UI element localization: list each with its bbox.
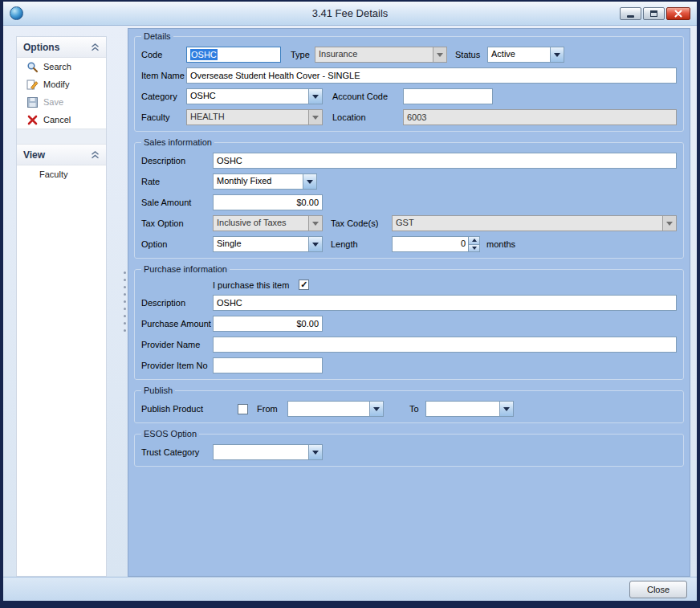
purchase-item-checkbox[interactable] bbox=[299, 280, 309, 290]
sales-row-option: Option Single Length 0 months bbox=[141, 236, 677, 252]
account-code-input[interactable] bbox=[403, 88, 493, 104]
category-select[interactable]: OSHC bbox=[186, 88, 323, 104]
sales-row-sale-amount: Sale Amount $0.00 bbox=[141, 194, 677, 210]
location-input: 6003 bbox=[403, 109, 677, 125]
chevron-down-icon bbox=[433, 47, 446, 62]
chevron-down-icon bbox=[308, 89, 322, 104]
chevron-down-icon bbox=[308, 110, 322, 124]
type-label: Type bbox=[291, 50, 315, 59]
sidebar-fill bbox=[17, 183, 106, 576]
splitter-handle[interactable] bbox=[121, 26, 128, 577]
sales-row-rate: Rate Monthly Fixed bbox=[141, 173, 677, 190]
publish-row: Publish Product From To bbox=[141, 401, 677, 417]
rate-select[interactable]: Monthly Fixed bbox=[213, 173, 317, 190]
view-group-header[interactable]: View bbox=[17, 145, 106, 165]
splitter-dot bbox=[124, 279, 126, 281]
months-label: months bbox=[486, 239, 515, 249]
tax-option-select: Inclusive of Taxes bbox=[213, 215, 323, 231]
sidebar-item-faculty[interactable]: Faculty bbox=[17, 165, 106, 183]
tax-codes-select: GST bbox=[392, 215, 677, 231]
collapse-chevron-icon bbox=[91, 43, 100, 51]
sidebar-item-label: Modify bbox=[43, 80, 69, 89]
esos-group: ESOS Option Trust Category bbox=[134, 429, 684, 467]
title-bar[interactable]: 3.41 Fee Details bbox=[3, 2, 697, 26]
splitter-dot bbox=[124, 329, 126, 332]
purchase-amount-input[interactable]: $0.00 bbox=[213, 316, 323, 332]
close-window-button[interactable] bbox=[666, 7, 690, 20]
details-row-category: Category OSHC Account Code bbox=[141, 88, 677, 104]
cancel-icon bbox=[26, 114, 39, 126]
sales-description-input[interactable]: OSHC bbox=[213, 153, 677, 169]
main-panel: Details Code OSHC Type Insurance Status … bbox=[128, 28, 690, 577]
purchase-legend: Purchase information bbox=[141, 264, 230, 274]
splitter-dot bbox=[124, 308, 126, 310]
splitter-dot bbox=[124, 271, 126, 274]
status-select[interactable]: Active bbox=[487, 47, 564, 63]
sidebar-item-search[interactable]: Search bbox=[17, 58, 106, 75]
sidebar-item-modify[interactable]: Modify bbox=[17, 75, 106, 93]
chevron-down-icon bbox=[369, 402, 383, 416]
chevron-down-icon bbox=[308, 445, 322, 459]
sales-description-label: Description bbox=[141, 156, 213, 165]
minimize-button[interactable] bbox=[620, 7, 641, 20]
chevron-down-icon bbox=[308, 216, 322, 231]
sidebar-panel: Options Search bbox=[16, 36, 107, 577]
publish-product-label: Publish Product bbox=[141, 404, 238, 414]
maximize-button[interactable] bbox=[643, 7, 665, 20]
provider-name-label: Provider Name bbox=[141, 340, 213, 349]
from-label: From bbox=[257, 404, 287, 414]
publish-product-checkbox[interactable] bbox=[238, 404, 248, 414]
item-name-input[interactable]: Oversease Student Health Cover - SINGLE bbox=[186, 67, 677, 84]
purchase-description-input[interactable]: OSHC bbox=[213, 295, 677, 311]
app-icon bbox=[10, 6, 23, 20]
sales-legend: Sales information bbox=[141, 137, 214, 147]
length-spinner[interactable]: 0 bbox=[392, 236, 480, 252]
purchase-row-provider-item: Provider Item No bbox=[141, 357, 677, 373]
location-label: Location bbox=[332, 112, 403, 122]
type-select: Insurance bbox=[315, 47, 447, 63]
status-label: Status bbox=[455, 50, 487, 59]
sales-group: Sales information Description OSHC Rate … bbox=[134, 137, 684, 259]
chevron-down-icon bbox=[303, 174, 316, 189]
maximize-icon bbox=[650, 10, 657, 17]
option-label: Option bbox=[141, 239, 213, 249]
splitter-dot bbox=[124, 293, 126, 296]
details-row-item-name: Item Name Oversease Student Health Cover… bbox=[141, 67, 677, 84]
rate-label: Rate bbox=[141, 177, 213, 186]
publish-from-select[interactable] bbox=[287, 401, 384, 417]
option-select[interactable]: Single bbox=[213, 236, 323, 252]
splitter-dot bbox=[124, 322, 126, 324]
publish-group: Publish Publish Product From To bbox=[134, 386, 684, 423]
spinner-buttons[interactable] bbox=[468, 237, 479, 251]
sale-amount-input[interactable]: $0.00 bbox=[213, 194, 323, 210]
code-input[interactable]: OSHC bbox=[186, 47, 281, 63]
splitter-dot bbox=[124, 315, 126, 317]
purchase-description-label: Description bbox=[141, 298, 213, 308]
chevron-down-icon bbox=[499, 402, 513, 416]
sidebar-item-label: Faculty bbox=[39, 169, 67, 179]
publish-to-select[interactable] bbox=[425, 401, 514, 417]
esos-row: Trust Category bbox=[141, 444, 677, 460]
purchase-row-checkbox: I purchase this item bbox=[141, 280, 677, 290]
options-group-title: Options bbox=[23, 42, 59, 53]
spinner-down-icon[interactable] bbox=[469, 245, 479, 252]
options-group-header[interactable]: Options bbox=[17, 37, 106, 58]
faculty-label: Faculty bbox=[141, 112, 186, 122]
details-row-code: Code OSHC Type Insurance Status Active bbox=[141, 47, 677, 63]
provider-name-input[interactable] bbox=[213, 337, 677, 353]
spinner-up-icon[interactable] bbox=[469, 237, 479, 245]
close-button[interactable]: Close bbox=[629, 581, 687, 598]
sidebar-item-cancel[interactable]: Cancel bbox=[17, 111, 106, 129]
faculty-select: HEALTH bbox=[186, 109, 323, 125]
sales-row-description: Description OSHC bbox=[141, 153, 677, 169]
purchase-row-provider-name: Provider Name bbox=[141, 337, 677, 353]
trust-category-select[interactable] bbox=[213, 444, 323, 460]
purchase-checkbox-label: I purchase this item bbox=[213, 280, 289, 290]
provider-item-input[interactable] bbox=[213, 357, 323, 373]
category-label: Category bbox=[141, 92, 186, 101]
purchase-group: Purchase information I purchase this ite… bbox=[134, 264, 684, 380]
modify-icon bbox=[26, 79, 39, 91]
chevron-down-icon bbox=[550, 47, 564, 62]
close-icon bbox=[674, 10, 682, 18]
sidebar-item-save: Save bbox=[17, 93, 106, 111]
